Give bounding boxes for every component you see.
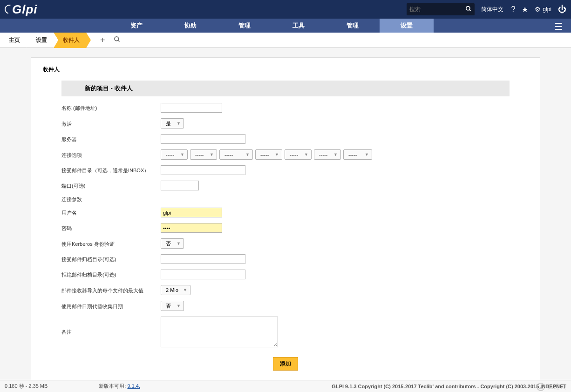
chevron-down-icon: ▼: [177, 304, 181, 308]
kerberos-select[interactable]: 否▼: [161, 238, 184, 249]
top-bar: Glpi 简体中文 ? ★ ⚙ glpi ⏻: [0, 0, 571, 19]
newver-link[interactable]: 9.1.4.: [127, 383, 140, 389]
chevron-down-icon: ▼: [304, 152, 308, 157]
name-label: 名称 (邮件地址): [61, 104, 161, 112]
chevron-down-icon: ▼: [210, 152, 214, 157]
add-button[interactable]: 添加: [273, 357, 298, 371]
inbox-label: 接受邮件目录（可选，通常是INBOX）: [61, 166, 161, 174]
activate-label: 激活: [61, 120, 161, 128]
params-label: 连接参数: [61, 196, 510, 203]
chevron-down-icon: ▼: [275, 152, 279, 157]
cloud-icon: ☁: [537, 383, 545, 391]
logout-icon[interactable]: ⏻: [558, 5, 566, 14]
help-icon[interactable]: ?: [511, 5, 515, 14]
chevron-down-icon: ▼: [177, 241, 181, 246]
svg-line-1: [469, 9, 471, 11]
search-input[interactable]: [409, 6, 465, 13]
watermark: ☁ 亿速云: [537, 383, 566, 391]
search-page-icon[interactable]: [114, 35, 121, 45]
port-label: 端口(可选): [61, 182, 161, 189]
maxsize-label: 邮件接收器导入的每个文件的最大值: [61, 286, 161, 294]
nav-assets[interactable]: 资产: [109, 19, 163, 33]
archive-accept-input[interactable]: [161, 254, 245, 264]
section-header: 新的项目 - 收件人: [61, 81, 510, 96]
breadcrumb: 主页 设置 收件人 +: [0, 33, 571, 48]
logo[interactable]: Glpi: [5, 2, 38, 17]
main-content: 收件人 新的项目 - 收件人 名称 (邮件地址) 激活 是▼ 服务器: [0, 48, 571, 385]
breadcrumb-current[interactable]: 收件人: [54, 33, 86, 48]
search-box: [407, 3, 475, 15]
maildate-label: 使用邮件日期代替收集日期: [61, 302, 161, 310]
svg-line-3: [118, 40, 119, 41]
conn-opt-label: 连接选项: [61, 151, 161, 159]
chevron-down-icon: ▼: [333, 152, 338, 157]
footer-copyright: GLPI 9.1.3 Copyright (C) 2015-2017 Tecli…: [332, 384, 566, 389]
conn-opt-1[interactable]: -----▼: [161, 149, 188, 160]
nav-manage[interactable]: 管理: [218, 19, 272, 33]
nav-settings[interactable]: 设置: [380, 19, 434, 33]
password-input[interactable]: [161, 223, 222, 233]
nav-admin[interactable]: 管理: [326, 19, 380, 33]
archive-reject-label: 拒绝邮件归档目录(可选): [61, 270, 161, 278]
pass-label: 密码: [61, 224, 161, 232]
chevron-down-icon: ▼: [245, 152, 250, 157]
chevron-down-icon: ▼: [365, 152, 369, 157]
maildate-select[interactable]: 否▼: [161, 301, 184, 311]
remark-label: 备注: [61, 317, 161, 336]
search-icon[interactable]: [465, 6, 472, 14]
name-input[interactable]: [161, 103, 222, 113]
maxsize-select[interactable]: 2 Mio▼: [161, 285, 190, 295]
activate-select[interactable]: 是▼: [161, 118, 184, 128]
gear-icon: ⚙: [535, 6, 541, 13]
kerberos-label: 使用Kerberos 身份验证: [61, 240, 161, 248]
conn-opt-4[interactable]: -----▼: [255, 149, 282, 160]
conn-opt-2[interactable]: -----▼: [190, 149, 217, 160]
main-nav: 资产 协助 管理 工具 管理 设置 ☰: [0, 19, 571, 33]
username-input[interactable]: [161, 208, 222, 217]
user-label: 用户名: [61, 209, 161, 216]
star-icon[interactable]: ★: [522, 5, 528, 14]
conn-opt-6[interactable]: -----▼: [314, 149, 341, 160]
chevron-down-icon: ▼: [177, 121, 181, 126]
conn-opt-7[interactable]: -----▼: [343, 149, 372, 160]
add-icon[interactable]: +: [100, 35, 105, 45]
port-input[interactable]: [161, 181, 199, 190]
page-title: 收件人: [43, 66, 533, 74]
svg-point-2: [114, 36, 118, 41]
footer: 0.180 秒 - 2.35 MB 新版本可用: 9.1.4. GLPI 9.1…: [0, 380, 571, 392]
user-menu[interactable]: ⚙ glpi: [535, 6, 551, 13]
conn-opt-5[interactable]: -----▼: [285, 149, 312, 160]
nav-tools[interactable]: 工具: [272, 19, 326, 33]
server-label: 服务器: [61, 135, 161, 143]
inbox-input[interactable]: [161, 165, 245, 175]
user-name: glpi: [543, 6, 551, 13]
footer-newver: 新版本可用: 9.1.4.: [99, 383, 140, 390]
footer-perf: 0.180 秒 - 2.35 MB: [5, 383, 48, 390]
archive-reject-input[interactable]: [161, 270, 245, 279]
form-card: 收件人 新的项目 - 收件人 名称 (邮件地址) 激活 是▼ 服务器: [31, 57, 540, 385]
logo-swoosh-icon: [3, 3, 15, 15]
chevron-down-icon: ▼: [180, 152, 184, 157]
breadcrumb-home[interactable]: 主页: [2, 33, 27, 48]
language-link[interactable]: 简体中文: [481, 6, 503, 14]
nav-assist[interactable]: 协助: [163, 19, 218, 33]
remark-textarea[interactable]: [161, 317, 278, 347]
chevron-down-icon: ▼: [183, 288, 187, 292]
svg-point-0: [466, 6, 470, 10]
hamburger-icon[interactable]: ☰: [554, 21, 563, 32]
conn-opt-3[interactable]: -----▼: [219, 149, 253, 160]
archive-accept-label: 接受邮件归档目录(可选): [61, 255, 161, 263]
server-input[interactable]: [161, 134, 245, 144]
